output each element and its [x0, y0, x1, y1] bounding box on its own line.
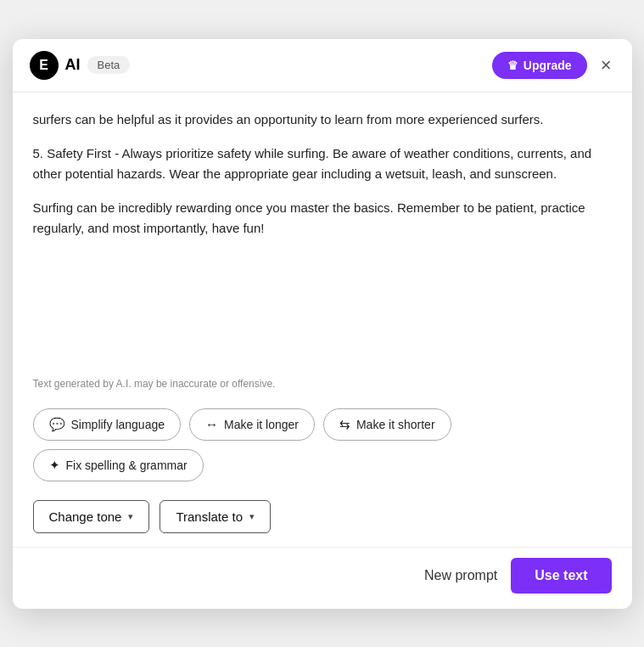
paragraph-2: 5. Safety First - Always prioritize safe…	[33, 143, 602, 184]
translate-to-label: Translate to	[176, 509, 243, 524]
modal-header: E AI Beta ♛ Upgrade ×	[13, 39, 632, 93]
action-buttons-row: 💬 Simplify language ↔ Make it longer ⇆ M…	[13, 408, 632, 492]
translate-to-dropdown[interactable]: Translate to ▾	[160, 500, 271, 533]
ai-label: AI	[65, 56, 81, 74]
expand-icon: ↔	[205, 417, 218, 431]
fix-spelling-label: Fix spelling & grammar	[66, 459, 188, 472]
footer-row: New prompt Use text	[13, 547, 632, 609]
make-shorter-label: Make it shorter	[356, 418, 435, 431]
header-left: E AI Beta	[30, 51, 492, 80]
upgrade-button[interactable]: ♛ Upgrade	[492, 52, 587, 79]
chevron-down-icon: ▾	[128, 511, 133, 522]
make-longer-button[interactable]: ↔ Make it longer	[189, 408, 315, 441]
change-tone-dropdown[interactable]: Change tone ▾	[33, 500, 150, 533]
simplify-label: Simplify language	[71, 418, 165, 431]
close-button[interactable]: ×	[597, 53, 615, 78]
sparkle-icon: ✦	[49, 458, 60, 473]
paragraph-1: surfers can be helpful as it provides an…	[33, 110, 602, 130]
change-tone-label: Change tone	[49, 509, 122, 524]
chevron-down-icon-2: ▾	[249, 511, 255, 522]
content-area: surfers can be helpful as it provides an…	[13, 93, 632, 408]
paragraph-3: Surfing can be incredibly rewarding once…	[33, 198, 602, 239]
compress-icon: ⇆	[339, 417, 350, 432]
ai-modal: E AI Beta ♛ Upgrade × surfers can be hel…	[13, 39, 632, 609]
chat-icon: 💬	[49, 417, 65, 432]
crown-icon: ♛	[507, 59, 518, 72]
fix-spelling-button[interactable]: ✦ Fix spelling & grammar	[33, 449, 204, 481]
disclaimer: Text generated by A.I. may be inaccurate…	[33, 373, 612, 402]
new-prompt-label: New prompt	[424, 568, 497, 582]
close-icon: ×	[601, 54, 612, 76]
logo-letter: E	[39, 58, 48, 73]
elementor-logo: E	[30, 51, 59, 80]
beta-badge: Beta	[87, 56, 131, 74]
simplify-language-button[interactable]: 💬 Simplify language	[33, 408, 182, 441]
make-shorter-button[interactable]: ⇆ Make it shorter	[323, 408, 451, 441]
dropdown-row: Change tone ▾ Translate to ▾	[13, 492, 632, 547]
use-text-label: Use text	[535, 568, 587, 582]
text-content[interactable]: surfers can be helpful as it provides an…	[33, 110, 612, 373]
use-text-button[interactable]: Use text	[511, 558, 611, 594]
new-prompt-button[interactable]: New prompt	[424, 568, 497, 583]
make-longer-label: Make it longer	[224, 418, 299, 431]
upgrade-label: Upgrade	[524, 59, 572, 72]
